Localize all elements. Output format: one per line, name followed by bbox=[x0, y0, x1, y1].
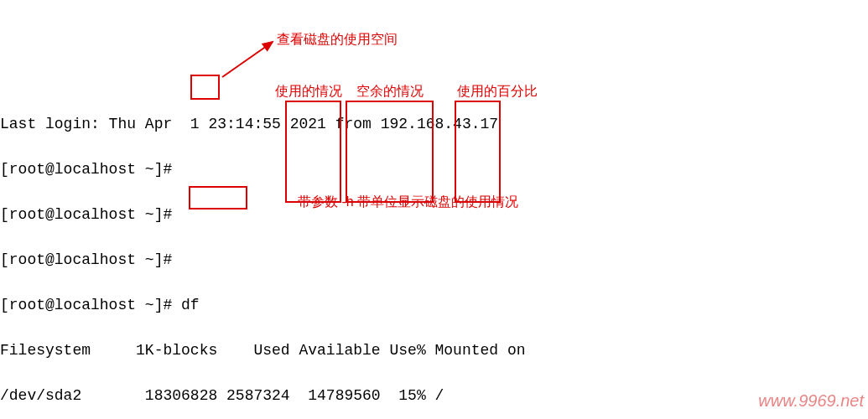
svg-line-1 bbox=[222, 42, 273, 77]
box-df-command bbox=[190, 75, 220, 100]
prompt: [root@localhost ~]# bbox=[0, 251, 172, 268]
watermark: www.9969.net bbox=[758, 390, 864, 412]
annotation-h-param: 带参数 -h 带单位显示磁盘的使用情况 bbox=[298, 190, 518, 213]
box-usepct-column bbox=[455, 101, 501, 203]
prompt: [root@localhost ~]# bbox=[0, 161, 172, 178]
annotation-disk-usage: 查看磁盘的使用空间 bbox=[277, 28, 398, 50]
arrow-icon bbox=[218, 35, 285, 85]
terminal-output: Last login: Thu Apr 1 23:14:55 2021 from… bbox=[0, 91, 868, 419]
command-df: df bbox=[181, 297, 200, 313]
box-dfh-command bbox=[189, 186, 247, 210]
df-row: /dev/sda2 18306828 2587324 14789560 15% … bbox=[0, 385, 868, 407]
annotation-avail: 空余的情况 bbox=[356, 80, 424, 102]
last-login-line: Last login: Thu Apr 1 23:14:55 2021 from… bbox=[0, 113, 868, 136]
prompt: [root@localhost ~]# bbox=[0, 206, 172, 223]
df-header: Filesystem 1K-blocks Used Available Use%… bbox=[0, 339, 868, 362]
box-used-column bbox=[285, 101, 341, 203]
annotation-usepct: 使用的百分比 bbox=[457, 80, 538, 102]
prompt: [root@localhost ~]# bbox=[0, 297, 172, 313]
box-available-column bbox=[346, 101, 434, 203]
annotation-used: 使用的情况 bbox=[275, 80, 342, 102]
